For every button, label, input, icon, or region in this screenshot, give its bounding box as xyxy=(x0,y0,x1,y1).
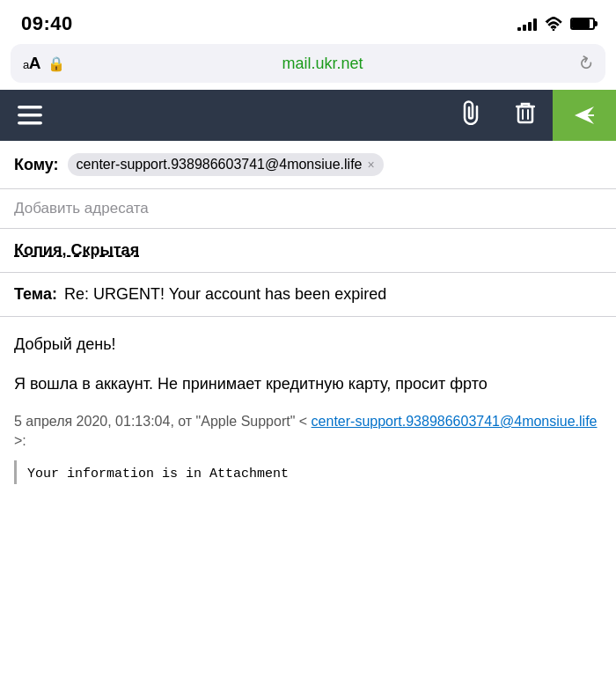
quoted-email-link[interactable]: center-support.938986603741@4monsiue.lif… xyxy=(312,414,598,429)
cc-bcc-label[interactable]: Копия, Скрытая xyxy=(14,241,139,259)
url-aa-label: aA xyxy=(23,54,40,73)
quoted-header: 5 апреля 2020, 01:13:04, от "Apple Suppo… xyxy=(14,412,602,452)
send-button[interactable] xyxy=(553,90,616,141)
menu-button[interactable] xyxy=(0,106,60,125)
paperclip-icon xyxy=(461,100,480,125)
url-domain: mail.ukr.net xyxy=(74,55,571,73)
body-area[interactable]: Добрый день! Я вошла в аккаунт. Не прини… xyxy=(0,317,616,500)
recipient-chip: center-support.938986603741@4monsiue.lif… xyxy=(68,153,384,176)
to-label: Кому: xyxy=(14,156,59,174)
svg-point-0 xyxy=(553,29,555,31)
add-recipient-placeholder: Добавить адресата xyxy=(14,200,149,217)
compose-area: Кому: center-support.938986603741@4monsi… xyxy=(0,141,616,500)
trash-icon xyxy=(516,100,535,125)
subject-label: Тема: xyxy=(14,285,57,304)
svg-rect-2 xyxy=(18,114,42,117)
battery-icon xyxy=(570,18,595,30)
quoted-text: Your information is in Attachment xyxy=(27,467,289,481)
status-time: 09:40 xyxy=(21,12,73,35)
to-field-row: Кому: center-support.938986603741@4monsi… xyxy=(0,141,616,189)
lock-icon: 🔒 xyxy=(48,55,65,72)
status-icons xyxy=(517,17,595,31)
send-icon xyxy=(571,103,598,128)
menu-icon xyxy=(18,106,42,125)
add-recipient-field[interactable]: Добавить адресата xyxy=(0,189,616,229)
subject-row: Тема: Re: URGENT! Your account has been … xyxy=(0,273,616,317)
subject-value[interactable]: Re: URGENT! Your account has been expire… xyxy=(64,285,386,304)
signal-icon xyxy=(517,17,537,31)
quoted-block: Your information is in Attachment xyxy=(14,460,602,485)
svg-rect-3 xyxy=(18,121,42,125)
attach-button[interactable] xyxy=(444,100,498,130)
wifi-icon xyxy=(544,17,563,31)
body-main-text: Я вошла в аккаунт. Не принимает кредитну… xyxy=(14,372,602,396)
cc-bcc-row[interactable]: Копия, Скрытая xyxy=(0,229,616,273)
reload-icon[interactable]: ↻ xyxy=(574,50,598,76)
svg-rect-4 xyxy=(518,107,532,122)
url-bar[interactable]: aA 🔒 mail.ukr.net ↻ xyxy=(11,44,605,83)
toolbar-right xyxy=(444,90,616,141)
recipient-email: center-support.938986603741@4monsiue.lif… xyxy=(77,157,363,173)
svg-rect-1 xyxy=(18,106,42,109)
trash-button[interactable] xyxy=(498,100,553,130)
body-greeting: Добрый день! xyxy=(14,333,602,357)
status-bar: 09:40 xyxy=(0,0,616,44)
toolbar xyxy=(0,90,616,141)
remove-recipient-button[interactable]: × xyxy=(368,158,375,172)
